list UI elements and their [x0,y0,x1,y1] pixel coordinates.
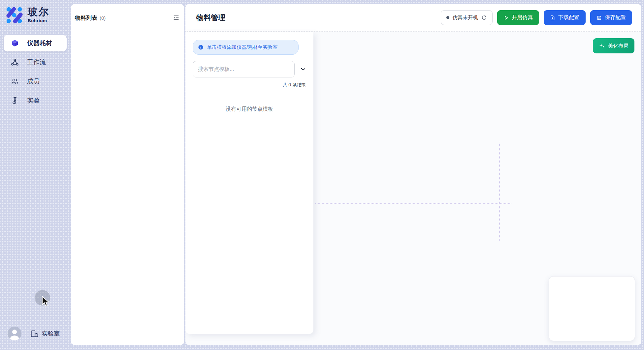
brand-logo-block: 玻尔 Bohrium [6,7,49,24]
sidebar-item-workflow[interactable]: 工作流 [4,54,67,71]
start-simulation-button[interactable]: 开启仿真 [497,10,539,25]
minimap[interactable] [549,276,635,341]
workflow-icon [11,58,19,66]
sparkles-icon [599,43,605,49]
main-header: 物料管理 仿真未开机 开启仿真 [185,4,641,32]
main-area: 物料管理 仿真未开机 开启仿真 [185,4,641,345]
materials-panel: 物料列表 (0) [71,4,184,345]
materials-panel-title: 物料列表 [75,14,97,22]
sim-status-label: 仿真未开机 [453,14,478,21]
sidebar-item-members[interactable]: 成员 [4,73,67,90]
save-icon [596,15,602,20]
lab-entry[interactable]: 实验室 [30,329,60,338]
alignment-guide-horizontal [315,203,511,204]
building-icon [30,329,39,338]
sim-status-pill: 仿真未开机 [441,10,493,25]
cube-icon [11,39,19,47]
sidebar-footer: 实验室 [8,327,60,340]
flow-canvas[interactable]: 单击模板添加仪器/耗材至实验室 共 0 条结果 没有可用的节点模板 [185,32,641,345]
brand-subtitle: Bohrium [28,18,49,23]
avatar[interactable] [8,327,21,340]
info-icon [198,44,204,50]
mouse-cursor-icon [41,296,50,307]
materials-count: (0) [100,15,106,21]
play-icon [503,15,509,20]
lab-label: 实验室 [42,330,60,337]
page-title: 物料管理 [196,13,225,23]
alignment-guide-vertical [499,142,500,241]
status-dot-icon [446,16,449,19]
test-tube-icon [11,97,19,104]
file-download-icon [550,15,555,20]
sidebar-item-label: 仪器耗材 [27,39,52,47]
header-controls: 仿真未开机 开启仿真 [441,10,632,25]
members-icon [11,77,19,85]
beautify-layout-button[interactable]: 美化布局 [593,38,634,53]
sidebar-item-label: 实验 [27,96,40,105]
chevron-down-icon[interactable] [300,66,306,72]
sidebar-item-label: 工作流 [27,58,46,67]
bohrium-logo-icon [6,7,23,24]
save-config-button[interactable]: 保存配置 [590,10,632,25]
results-count: 共 0 条结果 [193,82,306,88]
template-hint-banner: 单击模板添加仪器/耗材至实验室 [193,40,299,55]
download-config-button[interactable]: 下载配置 [544,10,586,25]
sidebar: 玻尔 Bohrium 仪器耗材 [0,0,71,350]
refresh-icon[interactable] [481,15,487,20]
brand-name: 玻尔 [28,7,49,17]
template-panel: 单击模板添加仪器/耗材至实验室 共 0 条结果 没有可用的节点模板 [185,32,313,334]
empty-templates-message: 没有可用的节点模板 [193,106,306,113]
sidebar-item-experiments[interactable]: 实验 [4,92,67,109]
sidebar-item-label: 成员 [27,77,40,86]
sidebar-nav: 仪器耗材 工作流 成员 [4,35,67,109]
search-input[interactable] [193,61,295,77]
sidebar-item-instruments[interactable]: 仪器耗材 [4,35,67,51]
template-hint-text: 单击模板添加仪器/耗材至实验室 [207,44,277,50]
materials-panel-header: 物料列表 (0) [71,4,184,22]
menu-fold-icon[interactable] [172,14,180,22]
